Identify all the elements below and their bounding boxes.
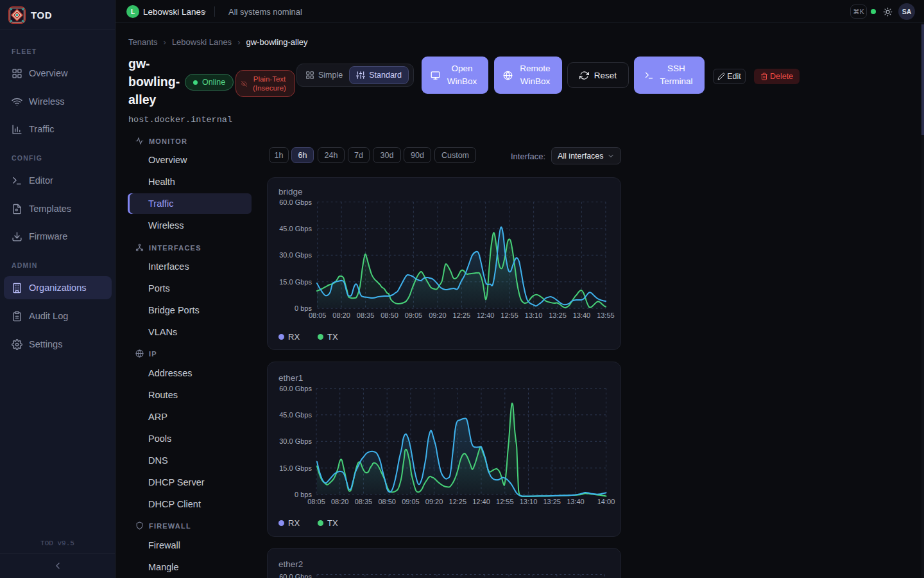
svg-text:45.0 Gbps: 45.0 Gbps: [279, 411, 312, 419]
svg-text:09:20: 09:20: [429, 311, 447, 319]
svg-text:12:25: 12:25: [453, 311, 471, 319]
svg-text:60.0 Gbps: 60.0 Gbps: [279, 385, 312, 392]
svg-text:13:40: 13:40: [573, 311, 591, 319]
svg-text:15.0 Gbps: 15.0 Gbps: [279, 464, 312, 472]
svg-text:12:55: 12:55: [501, 311, 518, 319]
svg-text:13:25: 13:25: [543, 498, 561, 505]
svg-text:15.0 Gbps: 15.0 Gbps: [279, 278, 312, 286]
svg-text:13:10: 13:10: [525, 311, 543, 319]
svg-text:09:05: 09:05: [402, 498, 420, 505]
svg-text:09:05: 09:05: [405, 311, 423, 319]
svg-text:12:40: 12:40: [472, 498, 490, 505]
svg-text:12:40: 12:40: [477, 311, 495, 319]
svg-text:08:50: 08:50: [381, 311, 398, 319]
svg-text:09:20: 09:20: [425, 498, 443, 505]
svg-text:08:35: 08:35: [355, 498, 373, 505]
svg-text:08:35: 08:35: [357, 311, 375, 319]
svg-text:13:25: 13:25: [549, 311, 567, 319]
svg-text:14:00: 14:00: [597, 498, 615, 505]
svg-text:08:20: 08:20: [332, 311, 350, 319]
svg-text:13:10: 13:10: [520, 498, 538, 505]
svg-text:08:50: 08:50: [378, 498, 396, 505]
svg-text:13:55: 13:55: [597, 311, 615, 319]
svg-text:08:05: 08:05: [307, 498, 325, 505]
svg-text:45.0 Gbps: 45.0 Gbps: [279, 225, 312, 232]
svg-text:12:25: 12:25: [449, 498, 467, 505]
svg-text:30.0 Gbps: 30.0 Gbps: [279, 437, 312, 445]
svg-text:08:05: 08:05: [309, 311, 327, 319]
svg-text:08:20: 08:20: [331, 498, 349, 505]
svg-text:60.0 Gbps: 60.0 Gbps: [279, 573, 312, 578]
svg-text:30.0 Gbps: 30.0 Gbps: [279, 251, 312, 259]
svg-text:12:55: 12:55: [496, 498, 514, 505]
svg-text:60.0 Gbps: 60.0 Gbps: [279, 198, 312, 206]
svg-text:13:40: 13:40: [567, 498, 585, 505]
